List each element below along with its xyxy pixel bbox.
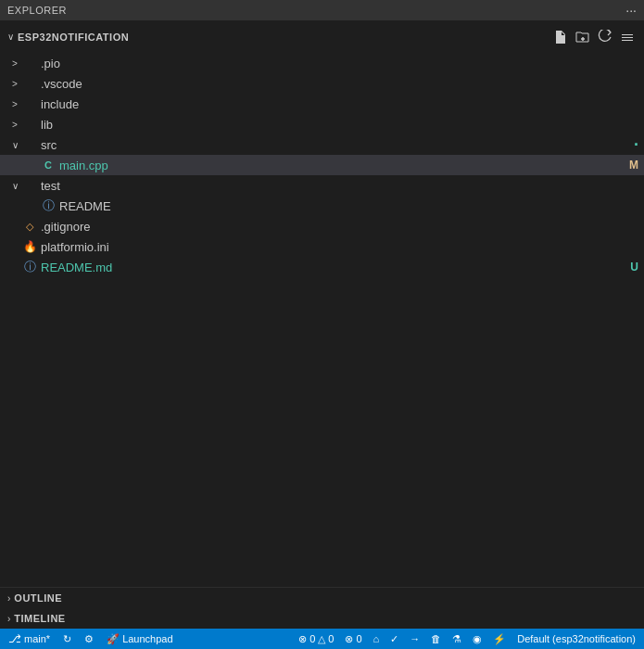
- new-file-button[interactable]: [551, 28, 570, 46]
- environment-status[interactable]: Default (esp32notification): [514, 629, 638, 649]
- branch-icon: ⎇: [8, 632, 21, 645]
- tree-item-src[interactable]: ∨src·: [0, 134, 644, 155]
- item-badge: M: [629, 159, 638, 172]
- arrow-status[interactable]: →: [407, 629, 423, 649]
- title-bar-actions: ···: [625, 3, 637, 18]
- info-status[interactable]: ⊗ 0: [342, 629, 364, 649]
- svg-rect-5: [622, 37, 633, 38]
- svg-rect-4: [622, 34, 633, 35]
- launchpad-status[interactable]: 🚀 Launchpad: [104, 629, 175, 649]
- plug-status[interactable]: ⚡: [490, 629, 509, 649]
- item-chevron-icon: >: [7, 79, 22, 89]
- item-label: src: [41, 138, 634, 152]
- timeline-chevron-icon: ›: [7, 614, 10, 624]
- check-status[interactable]: ✓: [387, 629, 401, 649]
- explorer-title: EXPLORER: [7, 5, 67, 16]
- outline-panel-header[interactable]: › OUTLINE: [0, 588, 644, 608]
- warnings-count: 0: [328, 633, 334, 644]
- more-icon[interactable]: ···: [625, 3, 637, 18]
- svg-rect-6: [622, 40, 633, 41]
- item-chevron-icon: >: [7, 58, 22, 69]
- tree-item-vscode[interactable]: >.vscode: [0, 73, 644, 94]
- outline-label: OUTLINE: [14, 592, 62, 604]
- file-tree: >.pio>.vscode>include>lib∨src·Cmain.cppM…: [0, 53, 644, 587]
- project-name: ESP32NOTIFICATION: [18, 32, 129, 43]
- explorer-header-actions: [551, 28, 637, 46]
- item-label: README: [59, 199, 644, 213]
- info-file-icon: ⓘ: [22, 259, 37, 275]
- item-chevron-icon: ∨: [7, 181, 22, 191]
- item-label: README.md: [41, 261, 630, 274]
- outline-chevron-icon: ›: [7, 593, 10, 604]
- item-label: test: [41, 179, 644, 193]
- platformio-file-icon: 🔥: [22, 240, 37, 253]
- flask-status[interactable]: ⚗: [449, 629, 464, 649]
- tree-item-main-cpp[interactable]: Cmain.cppM: [0, 155, 644, 175]
- warnings-icon: △: [318, 633, 325, 645]
- explorer-header: ∨ ESP32NOTIFICATION: [0, 20, 644, 53]
- tree-item-readme-md[interactable]: ⓘREADME.mdU: [0, 257, 644, 277]
- timeline-panel-header[interactable]: › TIMELINE: [0, 608, 644, 629]
- errors-status[interactable]: ⊗ 0 △ 0: [296, 629, 336, 649]
- check-icon: ✓: [390, 633, 398, 645]
- item-label: main.cpp: [59, 159, 629, 172]
- debug-status[interactable]: ◉: [470, 629, 485, 649]
- info-icon: ⊗: [345, 633, 353, 645]
- tree-item-test[interactable]: ∨test: [0, 175, 644, 196]
- cpp-file-icon: C: [41, 159, 56, 172]
- branch-name: main*: [24, 633, 50, 644]
- project-chevron-icon: ∨: [7, 32, 14, 42]
- collapse-all-button[interactable]: [618, 28, 637, 46]
- tree-item-include[interactable]: >include: [0, 94, 644, 114]
- debug-icon: ◉: [473, 633, 482, 645]
- errors-icon: ⊗: [298, 633, 307, 645]
- new-folder-button[interactable]: [574, 28, 592, 46]
- bottom-panels: › OUTLINE › TIMELINE: [0, 587, 644, 629]
- tree-item-gitignore[interactable]: ◇.gitignore: [0, 216, 644, 236]
- title-bar: EXPLORER ···: [0, 0, 644, 20]
- timeline-label: TIMELINE: [14, 613, 65, 624]
- home-status[interactable]: ⌂: [371, 629, 383, 649]
- trash-status[interactable]: 🗑: [428, 629, 444, 649]
- tree-item-readme[interactable]: ⓘREADME: [0, 196, 644, 216]
- item-chevron-icon: >: [7, 99, 22, 109]
- item-chevron-icon: ∨: [7, 140, 22, 150]
- item-chevron-icon: >: [7, 120, 22, 130]
- launchpad-icon: 🚀: [107, 633, 120, 645]
- project-header-left[interactable]: ∨ ESP32NOTIFICATION: [7, 32, 129, 43]
- gitignore-file-icon: ◇: [22, 220, 37, 233]
- item-label: .pio: [41, 57, 644, 70]
- plug-icon: ⚡: [493, 633, 506, 645]
- item-label: platformio.ini: [41, 240, 644, 254]
- info-file-icon: ⓘ: [41, 197, 56, 214]
- item-badge: ·: [634, 134, 638, 155]
- remote-icon: ⚙: [84, 633, 94, 645]
- item-label: .vscode: [41, 77, 644, 91]
- arrow-icon: →: [410, 633, 420, 644]
- tree-item-pio[interactable]: >.pio: [0, 53, 644, 73]
- branch-status[interactable]: ⎇ main*: [6, 629, 53, 649]
- trash-icon: 🗑: [431, 633, 441, 644]
- status-bar: ⎇ main* ↻ ⚙ 🚀 Launchpad ⊗ 0 △ 0 ⊗ 0 ⌂ ✓: [0, 629, 644, 649]
- item-badge: U: [630, 261, 638, 274]
- refresh-button[interactable]: [596, 28, 614, 46]
- flask-icon: ⚗: [452, 633, 461, 645]
- home-icon: ⌂: [373, 633, 380, 644]
- item-label: lib: [41, 118, 644, 132]
- tree-item-lib[interactable]: >lib: [0, 114, 644, 134]
- status-bar-left: ⎇ main* ↻ ⚙ 🚀 Launchpad: [6, 629, 176, 649]
- remote-status[interactable]: ⚙: [82, 629, 96, 649]
- tree-item-platformio[interactable]: 🔥platformio.ini: [0, 236, 644, 257]
- info-count: 0: [356, 633, 361, 644]
- status-bar-right: ⊗ 0 △ 0 ⊗ 0 ⌂ ✓ → 🗑 ⚗ ◉ ⚡ Defau: [296, 629, 638, 649]
- errors-count: 0: [309, 633, 315, 644]
- sync-status[interactable]: ↻: [60, 629, 74, 649]
- item-label: .gitignore: [41, 220, 644, 234]
- item-label: include: [41, 97, 644, 111]
- environment-label: Default (esp32notification): [517, 633, 636, 644]
- launchpad-label: Launchpad: [122, 633, 172, 644]
- main-content: ∨ ESP32NOTIFICATION: [0, 20, 644, 587]
- sync-icon: ↻: [63, 633, 71, 645]
